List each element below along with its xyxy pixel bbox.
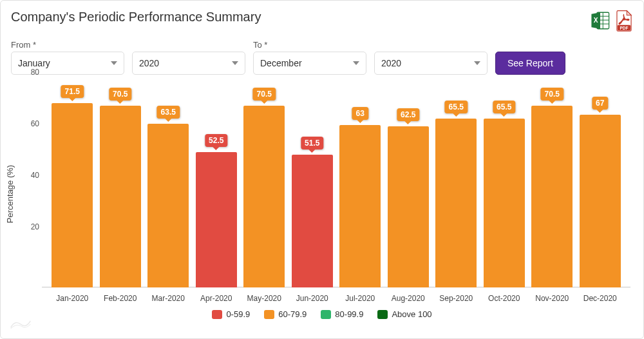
from-field: From * January — [11, 40, 124, 75]
export-excel-icon[interactable]: X — [589, 10, 611, 34]
data-label: 67 — [592, 97, 608, 110]
bar-container: 71.570.563.552.570.551.56362.565.565.570… — [48, 81, 624, 287]
bar[interactable]: 65.5 — [435, 119, 477, 287]
y-tick: 60 — [31, 119, 39, 128]
bar[interactable]: 70.5 — [100, 106, 141, 287]
legend-label: Above 100 — [392, 309, 431, 319]
legend-label: 0-59.9 — [226, 309, 250, 319]
bar-slot: 70.5 — [528, 81, 576, 287]
legend-item[interactable]: 0-59.9 — [212, 309, 250, 319]
data-label: 65.5 — [445, 101, 468, 113]
header-row: Company's Periodic Performance Summary X — [11, 10, 633, 34]
x-tick-label: Jul-2020 — [336, 294, 384, 303]
bar-slot: 67 — [576, 81, 625, 287]
from-year-field: 2020 — [132, 40, 245, 75]
x-labels: Jan-2020Feb-2020Mar-2020Apr-2020May-2020… — [48, 294, 624, 303]
legend-swatch — [264, 310, 274, 319]
chart-area: Percentage (%) 71.570.563.552.570.551.56… — [11, 81, 633, 307]
filter-bar: From * January 2020 To * December 2020 — [11, 40, 633, 75]
bar-slot: 63.5 — [144, 81, 193, 287]
bar-slot: 70.5 — [97, 81, 145, 287]
y-tick: 80 — [31, 68, 39, 77]
bar-slot: 65.5 — [480, 81, 529, 287]
page-title: Company's Periodic Performance Summary — [11, 10, 261, 24]
to-field: To * December — [253, 40, 366, 75]
chevron-down-icon — [474, 61, 480, 65]
export-icons: X PDF — [589, 10, 633, 34]
legend-label: 60-79.9 — [278, 309, 307, 319]
bar[interactable]: 70.5 — [531, 106, 573, 287]
legend-swatch — [212, 310, 222, 319]
data-label: 70.5 — [109, 88, 131, 101]
bar-slot: 51.5 — [289, 81, 337, 287]
bar[interactable]: 52.5 — [196, 152, 237, 287]
from-label: From * — [11, 40, 124, 50]
to-year-field: 2020 — [374, 40, 488, 75]
chevron-down-icon — [111, 61, 117, 65]
bar[interactable]: 71.5 — [52, 103, 93, 287]
x-tick-label: Aug-2020 — [384, 294, 433, 303]
to-month-value: December — [260, 58, 302, 68]
legend-item[interactable]: 60-79.9 — [264, 309, 307, 319]
data-label: 63 — [352, 107, 368, 120]
legend-swatch — [321, 310, 331, 319]
bar-slot: 52.5 — [193, 81, 241, 287]
y-tick: 40 — [31, 171, 39, 180]
svg-text:X: X — [594, 17, 598, 24]
chevron-down-icon — [353, 61, 359, 65]
data-label: 70.5 — [253, 88, 276, 101]
data-label: 65.5 — [493, 101, 515, 113]
x-tick-label: Nov-2020 — [528, 294, 576, 303]
svg-text:PDF: PDF — [620, 26, 629, 30]
legend-item[interactable]: Above 100 — [377, 309, 431, 319]
bar[interactable]: 65.5 — [484, 119, 525, 287]
legend-swatch — [377, 310, 388, 319]
bar[interactable]: 70.5 — [243, 106, 285, 287]
spacer-label-2 — [374, 40, 488, 50]
bar-slot: 65.5 — [432, 81, 480, 287]
x-tick-label: Jun-2020 — [289, 294, 337, 303]
from-year-select[interactable]: 2020 — [132, 52, 245, 75]
to-label: To * — [253, 40, 366, 50]
data-label: 70.5 — [541, 88, 564, 101]
x-tick-label: Mar-2020 — [144, 294, 193, 303]
legend-item[interactable]: 80-99.9 — [321, 309, 363, 319]
from-month-value: January — [18, 58, 50, 68]
to-month-select[interactable]: December — [253, 52, 366, 75]
bar-slot: 62.5 — [384, 81, 433, 287]
to-year-select[interactable]: 2020 — [374, 52, 488, 75]
see-report-button[interactable]: See Report — [495, 52, 565, 75]
bar-slot: 71.5 — [48, 81, 97, 287]
data-label: 71.5 — [61, 85, 84, 98]
bar-slot: 70.5 — [240, 81, 289, 287]
data-label: 52.5 — [205, 134, 227, 147]
data-label: 63.5 — [157, 106, 180, 119]
chevron-down-icon — [232, 61, 238, 65]
x-tick-label: Dec-2020 — [576, 294, 625, 303]
bar[interactable]: 62.5 — [388, 126, 429, 287]
bar[interactable]: 63 — [339, 125, 381, 287]
bar[interactable]: 51.5 — [292, 155, 333, 287]
data-label: 51.5 — [301, 137, 323, 150]
bar[interactable]: 67 — [580, 115, 621, 287]
x-tick-label: May-2020 — [240, 294, 289, 303]
bar-slot: 63 — [336, 81, 384, 287]
legend-label: 80-99.9 — [335, 309, 363, 319]
bar[interactable]: 63.5 — [147, 124, 189, 287]
plot-area: 71.570.563.552.570.551.56362.565.565.570… — [42, 81, 630, 287]
report-card: Company's Periodic Performance Summary X — [0, 0, 644, 339]
export-pdf-icon[interactable]: PDF — [615, 10, 633, 34]
y-tick: 20 — [31, 222, 39, 231]
x-tick-label: Jan-2020 — [48, 294, 97, 303]
from-year-value: 2020 — [139, 58, 159, 68]
legend: 0-59.960-79.980-99.9Above 100 — [11, 309, 633, 319]
x-tick-label: Sep-2020 — [432, 294, 480, 303]
x-tick-label: Apr-2020 — [193, 294, 241, 303]
data-label: 62.5 — [397, 108, 419, 121]
x-tick-label: Oct-2020 — [480, 294, 529, 303]
x-tick-label: Feb-2020 — [97, 294, 145, 303]
from-month-select[interactable]: January — [11, 52, 124, 75]
watermark-icon — [10, 318, 32, 332]
spacer-label — [132, 40, 245, 50]
to-year-value: 2020 — [381, 58, 401, 68]
